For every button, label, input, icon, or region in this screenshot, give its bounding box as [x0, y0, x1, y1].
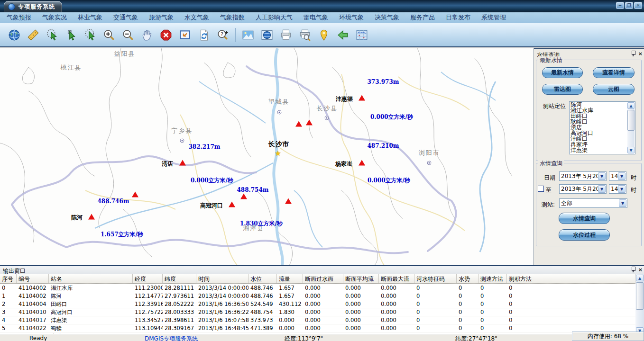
menu-item[interactable]: 环境气象 [339, 13, 364, 22]
scroll-down-icon[interactable]: ▼ [627, 147, 635, 153]
station-listbox[interactable]: 陈河湘江水库田峪口耿峪口涝店高冠河口沣峪口冉家坪沣惠渠 ▲ ▼ [569, 101, 635, 154]
menu-item[interactable]: 人工影响天气 [256, 13, 293, 22]
minimize-button[interactable]: − [616, 2, 624, 9]
menu-item[interactable]: 气象实况 [42, 13, 67, 22]
grid-column-header[interactable]: 水位 [248, 274, 277, 283]
menu-item[interactable]: 决策气象 [375, 13, 399, 22]
water-query-button[interactable]: 水情查询 [559, 213, 610, 224]
close-button[interactable]: × [634, 2, 642, 9]
chevron-down-icon[interactable]: ▼ [618, 185, 626, 193]
grid-column-header[interactable]: 编号 [17, 274, 49, 283]
grid-column-header[interactable]: 河水特征码 [414, 274, 457, 283]
radar-chart-button[interactable]: 雷达图 [542, 84, 583, 95]
full-extent-icon[interactable] [175, 27, 194, 44]
print-preview-icon[interactable] [295, 27, 314, 44]
station-marker-triangle[interactable] [359, 160, 365, 165]
grid-column-header[interactable]: 序号 [0, 274, 17, 283]
station-marker-triangle[interactable] [306, 119, 313, 125]
table-row[interactable]: 441104017沣惠渠113.34527828.3986112013/1/6 … [0, 316, 635, 324]
zoom-in-icon[interactable] [100, 27, 119, 44]
grid-column-header[interactable]: 断面平均流 [343, 274, 379, 283]
to-date-checkbox[interactable] [538, 186, 544, 192]
output-close-icon[interactable]: × [638, 267, 643, 272]
pin-icon[interactable] [631, 267, 635, 272]
menu-item[interactable]: 林业气象 [78, 13, 102, 22]
hour-to-combo[interactable]: 14▼ [609, 184, 626, 194]
zoom-out-icon[interactable] [119, 27, 138, 44]
table-row[interactable]: 541104022鸣犊113.10944428.3091672013/1/6 1… [0, 324, 635, 332]
station-marker-triangle[interactable] [359, 95, 365, 100]
station-marker-triangle[interactable] [285, 198, 292, 204]
grid-scrollbar[interactable]: ▲ ▼ [635, 274, 644, 334]
table-row[interactable]: 041104002湘江水库111.23000028.2811112013/3/1… [0, 284, 635, 292]
table-row[interactable]: 241104004田峪口112.33916728.0522222013/1/6 … [0, 300, 635, 308]
table-row[interactable]: 341104010高冠河口112.75722228.0033332013/1/6… [0, 308, 635, 316]
pan-hand-icon[interactable] [138, 27, 156, 44]
refresh-icon[interactable] [194, 27, 213, 44]
scroll-up-icon[interactable]: ▲ [636, 275, 644, 281]
map-canvas[interactable]: 桃江县益阳县宁乡县望城县长沙县湘潭县浏阳市长沙市涝店陈河高冠河口沣惠渠杨家蚩38… [0, 48, 534, 265]
grid-column-header[interactable]: 断面过水面 [303, 274, 343, 283]
station-select-combo[interactable]: 全部▼ [559, 198, 627, 208]
grid-column-header[interactable]: 时间 [196, 274, 248, 283]
measure-icon[interactable] [24, 27, 43, 44]
grid-column-header[interactable]: 断面最大流 [379, 274, 414, 283]
cloud-image-button[interactable]: 云图 [593, 84, 635, 95]
date-to-combo[interactable]: 2013年 5月20日▼ [559, 184, 607, 194]
water-query-panel: 水情查询 × 最新水情 最新水情 查看详情 雷达图 云图 测站定位 陈河湘江水库… [534, 48, 644, 265]
station-list-item[interactable]: 沣惠渠 [570, 147, 627, 153]
latest-water-button[interactable]: 最新水情 [542, 67, 583, 78]
menu-item[interactable]: 气象指数 [220, 13, 245, 22]
grid-column-header[interactable]: 测速方法 [478, 274, 507, 283]
chevron-down-icon[interactable]: ▼ [598, 185, 606, 193]
station-marker-triangle[interactable] [132, 191, 138, 197]
station-marker-triangle[interactable] [295, 121, 302, 126]
grid-column-header[interactable]: 经度 [133, 274, 163, 283]
maximize-button[interactable]: ❐ [625, 2, 633, 9]
window-title: 专项服务系统 [18, 3, 55, 11]
export-image-icon[interactable] [239, 27, 258, 44]
print-icon[interactable] [276, 27, 295, 44]
select-features-icon[interactable] [43, 27, 62, 44]
app-globe-icon [8, 3, 15, 10]
menu-item[interactable]: 服务产品 [410, 13, 435, 22]
overview-map-icon[interactable] [352, 27, 371, 44]
pin-icon[interactable] [631, 51, 635, 56]
menu-item[interactable]: 雷电气象 [304, 13, 328, 22]
table-cell: 41104022 [17, 324, 49, 332]
station-list-scrollbar[interactable]: ▲ ▼ [627, 102, 635, 153]
chevron-down-icon[interactable]: ▼ [619, 199, 626, 207]
menu-item[interactable]: 日常发布 [446, 13, 470, 22]
station-marker-triangle[interactable] [179, 160, 186, 165]
globe-icon[interactable] [5, 27, 24, 44]
chevron-down-icon[interactable]: ▼ [618, 172, 626, 180]
table-row[interactable]: 141104002陈河112.14777827.9736112013/3/14 … [0, 292, 635, 300]
station-marker-triangle[interactable] [88, 214, 95, 219]
select-arrow-icon[interactable] [62, 27, 81, 44]
stop-icon[interactable] [156, 27, 175, 44]
scroll-up-icon[interactable]: ▲ [627, 102, 635, 109]
grid-column-header[interactable]: 水势 [457, 274, 478, 283]
back-arrow-icon[interactable] [333, 27, 352, 44]
panel-close-icon[interactable]: × [638, 51, 643, 56]
grid-column-header[interactable]: 流量 [277, 274, 303, 283]
chevron-down-icon[interactable]: ▼ [598, 172, 606, 180]
menu-item[interactable]: 气象预报 [7, 13, 31, 22]
grid-column-header[interactable]: 纬度 [163, 274, 196, 283]
world-image-icon[interactable] [258, 27, 276, 44]
identify-icon[interactable]: ? [213, 27, 232, 44]
menu-item[interactable]: 旅游气象 [149, 13, 174, 22]
date-from-combo[interactable]: 2013年 5月20日▼ [559, 171, 607, 181]
select-polygon-icon[interactable] [81, 27, 100, 44]
station-marker-triangle[interactable] [240, 193, 247, 199]
station-marker-triangle[interactable] [229, 201, 235, 207]
menu-item[interactable]: 系统管理 [481, 13, 506, 22]
placemark-icon[interactable] [314, 27, 333, 44]
grid-column-header[interactable]: 站名 [49, 274, 133, 283]
grid-column-header[interactable]: 测积方法 [507, 274, 635, 283]
water-level-process-button[interactable]: 水位过程 [559, 229, 610, 241]
menu-item[interactable]: 交通气象 [113, 13, 138, 22]
hour-from-combo[interactable]: 14▼ [609, 171, 626, 181]
view-detail-button[interactable]: 查看详情 [593, 67, 635, 78]
menu-item[interactable]: 水文气象 [184, 13, 209, 22]
